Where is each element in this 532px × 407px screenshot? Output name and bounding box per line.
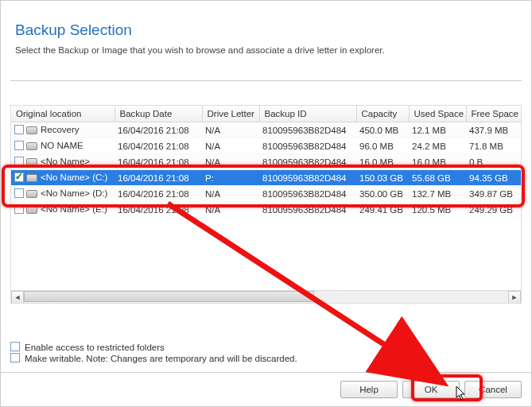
cell: 150.03 GB — [356, 170, 409, 186]
row-select-checkbox[interactable] — [14, 204, 24, 214]
scroll-left-button[interactable]: ◄ — [11, 291, 24, 304]
cell: N/A — [202, 138, 259, 154]
row-select-checkbox[interactable] — [14, 141, 24, 150]
divider — [1, 372, 531, 373]
cell: 16/04/2016 21:08 — [115, 186, 202, 202]
location-label: Recovery — [41, 125, 80, 134]
cell: 24.2 MB — [409, 138, 466, 154]
cell: 94.35 GB — [466, 170, 522, 186]
ok-button[interactable]: OK — [402, 381, 460, 398]
table-row[interactable]: NO NAME16/04/2016 21:08N/A810095963B82D4… — [11, 138, 522, 154]
cell: 810095963B82D484 — [259, 170, 356, 186]
column-header[interactable]: Used Space — [409, 106, 466, 122]
drive-icon — [26, 174, 37, 182]
restricted-folders-label: Enable access to restricted folders — [25, 343, 165, 352]
divider — [10, 80, 522, 81]
cell: 0 B — [466, 154, 522, 170]
row-select-checkbox[interactable] — [14, 188, 24, 198]
scroll-right-button[interactable]: ► — [508, 291, 521, 304]
cell: 96.0 MB — [356, 138, 409, 154]
cell: N/A — [202, 202, 259, 218]
table-row[interactable]: <No Name> (D:)16/04/2016 21:08N/A8100959… — [11, 186, 522, 202]
cell: 132.7 MB — [409, 186, 466, 202]
page-subtitle: Select the Backup or Image that you wish… — [15, 45, 517, 55]
drive-icon — [26, 158, 37, 166]
table-row[interactable]: Recovery16/04/2016 21:08N/A810095963B82D… — [11, 122, 522, 138]
cell: 16/04/2016 21:08 — [115, 138, 202, 154]
cell: 249.29 GB — [466, 202, 522, 218]
table-row[interactable]: <No Name> (E:)16/04/2016 21:08N/A8100959… — [11, 202, 522, 218]
column-header[interactable]: Original location — [11, 106, 115, 122]
cell: 349.87 GB — [466, 186, 522, 202]
location-label: <No Name> (D:) — [41, 188, 107, 198]
cell: 450.0 MB — [356, 122, 409, 138]
location-label: <No Name> (E:) — [41, 204, 107, 214]
cell: 249.41 GB — [356, 202, 409, 218]
cell: 810095963B82D484 — [259, 138, 356, 154]
location-label: NO NAME — [41, 141, 83, 150]
cell: 810095963B82D484 — [259, 122, 356, 138]
cell: 810095963B82D484 — [259, 186, 356, 202]
column-header[interactable]: Backup ID — [259, 106, 356, 122]
cell: 350.00 GB — [356, 186, 409, 202]
cell: 16/04/2016 21:08 — [115, 202, 202, 218]
cell: 16.0 MB — [356, 154, 409, 170]
horizontal-scrollbar[interactable]: ◄ ► — [11, 290, 521, 303]
backup-table: Original locationBackup DateDrive Letter… — [10, 105, 522, 304]
column-header[interactable]: Capacity — [356, 106, 409, 122]
cell: P: — [202, 170, 259, 186]
column-header[interactable]: Free Space — [466, 106, 522, 122]
cell: 437.9 MB — [466, 122, 522, 138]
scroll-thumb[interactable] — [24, 291, 314, 302]
location-label: <No Name> — [41, 157, 90, 166]
cell: 71.8 MB — [466, 138, 522, 154]
cell: 55.68 GB — [409, 170, 466, 186]
restricted-folders-checkbox[interactable] — [10, 342, 20, 351]
drive-icon — [26, 142, 37, 150]
drive-icon — [26, 206, 37, 214]
cell: 16/04/2016 21:08 — [115, 122, 202, 138]
cell: N/A — [202, 122, 259, 138]
location-label: <No Name> (C:) — [41, 172, 107, 182]
help-button[interactable]: Help — [340, 381, 398, 398]
drive-icon — [26, 190, 37, 198]
row-select-checkbox[interactable] — [14, 125, 24, 134]
make-writable-checkbox[interactable] — [10, 353, 20, 362]
table-row[interactable]: <No Name> (C:)16/04/2016 21:08P:81009596… — [11, 170, 522, 186]
cell: 120.5 MB — [409, 202, 466, 218]
column-header[interactable]: Drive Letter — [202, 106, 259, 122]
drive-icon — [26, 126, 37, 134]
cell: 810095963B82D484 — [259, 202, 356, 218]
table-row[interactable]: <No Name>16/04/2016 21:08N/A810095963B82… — [11, 154, 522, 170]
cell: N/A — [202, 186, 259, 202]
cell: 12.1 MB — [409, 122, 466, 138]
cancel-button[interactable]: Cancel — [464, 381, 522, 398]
page-title: Backup Selection — [15, 21, 517, 39]
cell: 810095963B82D484 — [259, 154, 356, 170]
row-select-checkbox[interactable] — [14, 172, 24, 182]
make-writable-label: Make writable. Note: Changes are tempora… — [25, 354, 297, 363]
cell: 16.0 MB — [409, 154, 466, 170]
cell: N/A — [202, 154, 259, 170]
column-header[interactable]: Backup Date — [115, 106, 202, 122]
row-select-checkbox[interactable] — [14, 157, 24, 166]
cell: 16/04/2016 21:08 — [115, 170, 202, 186]
cell: 16/04/2016 21:08 — [115, 154, 202, 170]
